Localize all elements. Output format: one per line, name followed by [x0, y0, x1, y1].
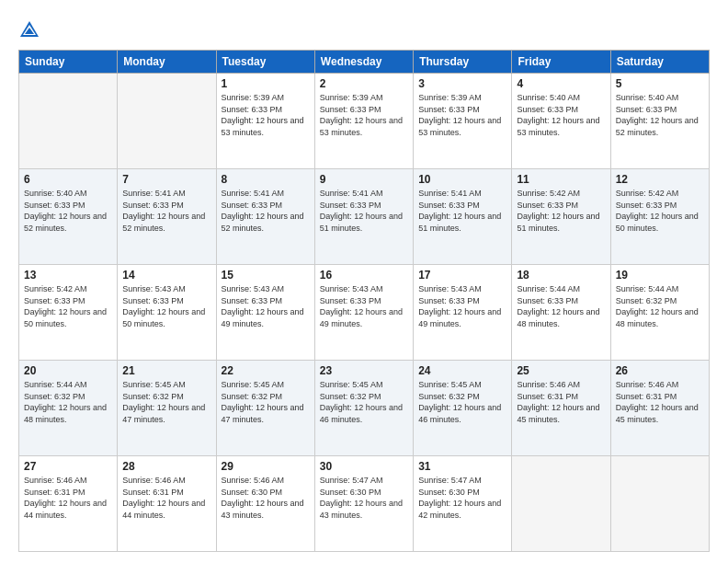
cell-sun-info: Sunrise: 5:46 AMSunset: 6:31 PMDaylight:… [24, 475, 112, 521]
calendar-cell [19, 74, 118, 169]
cell-sun-info: Sunrise: 5:43 AMSunset: 6:33 PMDaylight:… [320, 283, 408, 329]
day-number: 20 [24, 364, 112, 377]
day-number: 10 [418, 173, 506, 186]
day-number: 28 [122, 460, 210, 473]
cell-sun-info: Sunrise: 5:39 AMSunset: 6:33 PMDaylight:… [320, 92, 408, 138]
cell-sun-info: Sunrise: 5:44 AMSunset: 6:32 PMDaylight:… [24, 379, 112, 425]
calendar-weekday-header: Sunday [19, 51, 118, 74]
calendar-cell: 25Sunrise: 5:46 AMSunset: 6:31 PMDayligh… [512, 361, 610, 456]
day-number: 17 [418, 269, 506, 282]
day-number: 1 [222, 77, 310, 90]
cell-sun-info: Sunrise: 5:43 AMSunset: 6:33 PMDaylight:… [122, 283, 210, 329]
cell-sun-info: Sunrise: 5:44 AMSunset: 6:33 PMDaylight:… [517, 283, 605, 329]
calendar-cell: 7Sunrise: 5:41 AMSunset: 6:33 PMDaylight… [118, 169, 216, 265]
page: SundayMondayTuesdayWednesdayThursdayFrid… [0, 0, 728, 563]
cell-sun-info: Sunrise: 5:46 AMSunset: 6:31 PMDaylight:… [616, 379, 704, 425]
day-number: 26 [616, 364, 704, 377]
calendar-header-row: SundayMondayTuesdayWednesdayThursdayFrid… [19, 51, 710, 74]
calendar-cell: 15Sunrise: 5:43 AMSunset: 6:33 PMDayligh… [216, 265, 314, 361]
calendar-week-row: 13Sunrise: 5:42 AMSunset: 6:33 PMDayligh… [19, 265, 710, 361]
day-number: 13 [24, 269, 112, 282]
cell-sun-info: Sunrise: 5:47 AMSunset: 6:30 PMDaylight:… [418, 475, 506, 521]
calendar-cell: 28Sunrise: 5:46 AMSunset: 6:31 PMDayligh… [118, 456, 216, 552]
cell-sun-info: Sunrise: 5:41 AMSunset: 6:33 PMDaylight:… [222, 188, 310, 234]
calendar-cell [118, 74, 216, 169]
calendar-cell: 23Sunrise: 5:45 AMSunset: 6:32 PMDayligh… [314, 361, 413, 456]
calendar-cell: 30Sunrise: 5:47 AMSunset: 6:30 PMDayligh… [314, 456, 413, 552]
calendar-cell: 2Sunrise: 5:39 AMSunset: 6:33 PMDaylight… [314, 74, 413, 169]
cell-sun-info: Sunrise: 5:43 AMSunset: 6:33 PMDaylight:… [418, 283, 506, 329]
cell-sun-info: Sunrise: 5:42 AMSunset: 6:33 PMDaylight:… [616, 188, 704, 234]
calendar-cell: 21Sunrise: 5:45 AMSunset: 6:32 PMDayligh… [118, 361, 216, 456]
day-number: 23 [320, 364, 408, 377]
day-number: 15 [222, 269, 310, 282]
cell-sun-info: Sunrise: 5:45 AMSunset: 6:32 PMDaylight:… [122, 379, 210, 425]
cell-sun-info: Sunrise: 5:45 AMSunset: 6:32 PMDaylight:… [320, 379, 408, 425]
calendar-cell: 22Sunrise: 5:45 AMSunset: 6:32 PMDayligh… [216, 361, 314, 456]
calendar-cell [512, 456, 610, 552]
calendar-cell: 6Sunrise: 5:40 AMSunset: 6:33 PMDaylight… [19, 169, 118, 265]
cell-sun-info: Sunrise: 5:42 AMSunset: 6:33 PMDaylight:… [24, 283, 112, 329]
day-number: 19 [616, 269, 704, 282]
cell-sun-info: Sunrise: 5:39 AMSunset: 6:33 PMDaylight:… [418, 92, 506, 138]
cell-sun-info: Sunrise: 5:46 AMSunset: 6:31 PMDaylight:… [517, 379, 605, 425]
logo [18, 17, 44, 40]
calendar-weekday-header: Monday [118, 51, 216, 74]
calendar-cell: 18Sunrise: 5:44 AMSunset: 6:33 PMDayligh… [512, 265, 610, 361]
day-number: 31 [418, 460, 506, 473]
cell-sun-info: Sunrise: 5:45 AMSunset: 6:32 PMDaylight:… [418, 379, 506, 425]
calendar-week-row: 20Sunrise: 5:44 AMSunset: 6:32 PMDayligh… [19, 361, 710, 456]
calendar-cell: 27Sunrise: 5:46 AMSunset: 6:31 PMDayligh… [19, 456, 118, 552]
calendar-weekday-header: Tuesday [216, 51, 314, 74]
calendar-cell: 5Sunrise: 5:40 AMSunset: 6:33 PMDaylight… [610, 74, 709, 169]
day-number: 5 [616, 77, 704, 90]
cell-sun-info: Sunrise: 5:39 AMSunset: 6:33 PMDaylight:… [222, 92, 310, 138]
calendar-week-row: 6Sunrise: 5:40 AMSunset: 6:33 PMDaylight… [19, 169, 710, 265]
day-number: 6 [24, 173, 112, 186]
day-number: 3 [418, 77, 506, 90]
cell-sun-info: Sunrise: 5:43 AMSunset: 6:33 PMDaylight:… [222, 283, 310, 329]
calendar-cell: 24Sunrise: 5:45 AMSunset: 6:32 PMDayligh… [414, 361, 512, 456]
cell-sun-info: Sunrise: 5:45 AMSunset: 6:32 PMDaylight:… [222, 379, 310, 425]
day-number: 4 [517, 77, 605, 90]
cell-sun-info: Sunrise: 5:41 AMSunset: 6:33 PMDaylight:… [320, 188, 408, 234]
day-number: 8 [222, 173, 310, 186]
calendar-cell: 29Sunrise: 5:46 AMSunset: 6:30 PMDayligh… [216, 456, 314, 552]
calendar-cell: 10Sunrise: 5:41 AMSunset: 6:33 PMDayligh… [414, 169, 512, 265]
calendar-cell: 20Sunrise: 5:44 AMSunset: 6:32 PMDayligh… [19, 361, 118, 456]
cell-sun-info: Sunrise: 5:44 AMSunset: 6:32 PMDaylight:… [616, 283, 704, 329]
calendar-cell [610, 456, 709, 552]
calendar-cell: 16Sunrise: 5:43 AMSunset: 6:33 PMDayligh… [314, 265, 413, 361]
day-number: 2 [320, 77, 408, 90]
calendar-week-row: 27Sunrise: 5:46 AMSunset: 6:31 PMDayligh… [19, 456, 710, 552]
cell-sun-info: Sunrise: 5:41 AMSunset: 6:33 PMDaylight:… [122, 188, 210, 234]
calendar-cell: 26Sunrise: 5:46 AMSunset: 6:31 PMDayligh… [610, 361, 709, 456]
cell-sun-info: Sunrise: 5:46 AMSunset: 6:30 PMDaylight:… [222, 475, 310, 521]
day-number: 14 [122, 269, 210, 282]
calendar-table: SundayMondayTuesdayWednesdayThursdayFrid… [18, 50, 710, 552]
calendar-cell: 19Sunrise: 5:44 AMSunset: 6:32 PMDayligh… [610, 265, 709, 361]
day-number: 24 [418, 364, 506, 377]
calendar-cell: 31Sunrise: 5:47 AMSunset: 6:30 PMDayligh… [414, 456, 512, 552]
calendar-cell: 9Sunrise: 5:41 AMSunset: 6:33 PMDaylight… [314, 169, 413, 265]
calendar-cell: 13Sunrise: 5:42 AMSunset: 6:33 PMDayligh… [19, 265, 118, 361]
day-number: 29 [222, 460, 310, 473]
calendar-cell: 12Sunrise: 5:42 AMSunset: 6:33 PMDayligh… [610, 169, 709, 265]
cell-sun-info: Sunrise: 5:40 AMSunset: 6:33 PMDaylight:… [517, 92, 605, 138]
day-number: 18 [517, 269, 605, 282]
cell-sun-info: Sunrise: 5:47 AMSunset: 6:30 PMDaylight:… [320, 475, 408, 521]
calendar-weekday-header: Saturday [610, 51, 709, 74]
header [18, 17, 710, 40]
day-number: 30 [320, 460, 408, 473]
logo-icon [18, 18, 40, 40]
cell-sun-info: Sunrise: 5:46 AMSunset: 6:31 PMDaylight:… [122, 475, 210, 521]
calendar-weekday-header: Friday [512, 51, 610, 74]
calendar-weekday-header: Thursday [414, 51, 512, 74]
calendar-cell: 4Sunrise: 5:40 AMSunset: 6:33 PMDaylight… [512, 74, 610, 169]
day-number: 22 [222, 364, 310, 377]
day-number: 7 [122, 173, 210, 186]
calendar-cell: 17Sunrise: 5:43 AMSunset: 6:33 PMDayligh… [414, 265, 512, 361]
calendar-week-row: 1Sunrise: 5:39 AMSunset: 6:33 PMDaylight… [19, 74, 710, 169]
calendar-cell: 11Sunrise: 5:42 AMSunset: 6:33 PMDayligh… [512, 169, 610, 265]
day-number: 11 [517, 173, 605, 186]
